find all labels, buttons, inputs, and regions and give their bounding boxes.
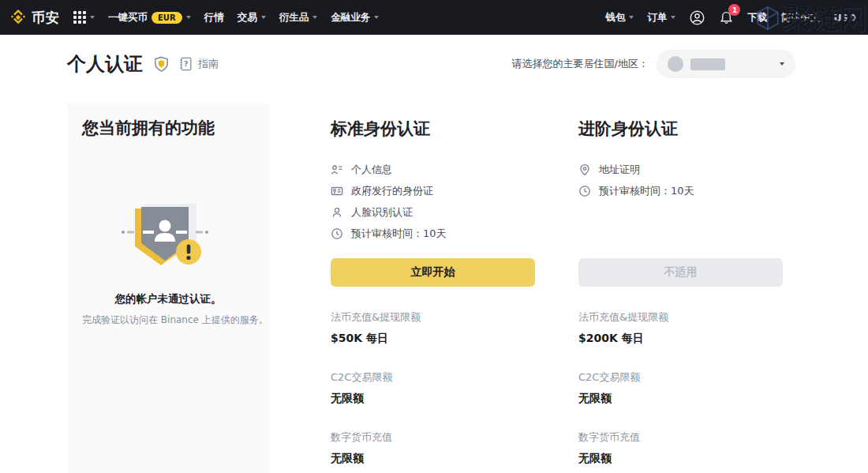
svg-text:?: ? xyxy=(184,60,188,68)
current-features-title: 您当前拥有的功能 xyxy=(82,118,254,139)
feature-label: 人脸识别认证 xyxy=(351,205,413,220)
standard-feature-list: 个人信息 政府发行的身份证 人脸识别认证 xyxy=(331,159,535,258)
advanced-verification-title: 进阶身份认证 xyxy=(578,118,783,140)
nav-item-markets[interactable]: 行情 xyxy=(204,11,224,24)
nav-item-language[interactable]: 简体中文 xyxy=(780,11,820,24)
page-header: 个人认证 ? 指南 请选择您的主要居住国/地区： xyxy=(67,48,795,80)
advanced-feature-list: 地址证明 预计审核时间：10天 xyxy=(578,159,783,258)
residence-selector-row: 请选择您的主要居住国/地区： xyxy=(512,50,795,78)
chevron-down-icon xyxy=(629,16,634,19)
nav-label: 衍生品 xyxy=(279,11,309,24)
verification-shield-icon xyxy=(152,55,170,73)
limit-label: 数字货币充值 xyxy=(578,430,783,445)
limit-group: C2C交易限额 无限额 xyxy=(331,370,535,406)
feature-label: 预计审核时间：10天 xyxy=(599,184,694,198)
page-title: 个人认证 xyxy=(67,51,143,77)
profile-button[interactable] xyxy=(689,9,705,26)
chevron-down-icon xyxy=(780,62,784,66)
nav-item-finance[interactable]: 金融业务 xyxy=(331,11,379,24)
limit-value: 无限额 xyxy=(331,392,535,406)
limit-value: $200K 每日 xyxy=(578,332,783,346)
limit-label: 数字货币充值 xyxy=(331,430,535,445)
nav-item-currency[interactable]: USD xyxy=(833,12,857,24)
standard-limits: 法币充值&提现限额 $50K 每日 C2C交易限额 无限额 数字货币充值 无限额… xyxy=(331,310,535,473)
country-name-placeholder xyxy=(690,58,725,70)
limit-value: 无限额 xyxy=(331,452,535,466)
limit-label: 法币充值&提现限额 xyxy=(578,310,783,325)
brand-name: 币安 xyxy=(32,9,60,27)
limit-group: C2C交易限额 无限额 xyxy=(578,370,783,406)
limit-label: C2C交易限额 xyxy=(578,370,783,385)
nav-label: 一键买币 xyxy=(108,11,148,24)
feature-label: 地址证明 xyxy=(599,163,640,177)
binance-diamond-icon xyxy=(9,9,27,26)
guide-label: 指南 xyxy=(198,57,219,71)
location-icon xyxy=(578,163,591,176)
nav-item-download[interactable]: 下载 xyxy=(747,11,767,24)
nav-label: 下载 xyxy=(747,11,767,24)
limit-label: 法币充值&提现限额 xyxy=(331,310,535,325)
guide-link[interactable]: ? 指南 xyxy=(178,56,219,72)
clock-icon xyxy=(578,185,591,197)
chevron-down-icon xyxy=(374,16,379,19)
limit-group: 数字货币充值 无限额 xyxy=(331,430,535,466)
advanced-limits: 法币充值&提现限额 $200K 每日 C2C交易限额 无限额 数字货币充值 无限… xyxy=(578,310,783,473)
feature-review-time: 预计审核时间：10天 xyxy=(331,223,535,244)
face-icon xyxy=(331,206,343,219)
nav-label: 钱包 xyxy=(605,11,625,24)
feature-label: 个人信息 xyxy=(351,163,392,177)
nav-item-buy-crypto[interactable]: 一键买币 EUR xyxy=(108,11,191,24)
nav-label: USD xyxy=(833,12,857,24)
nav-item-derivatives[interactable]: 衍生品 xyxy=(279,11,318,24)
apps-menu[interactable] xyxy=(73,11,95,24)
nav-item-orders[interactable]: 订单 xyxy=(647,11,675,24)
feature-personal-info: 个人信息 xyxy=(331,159,535,180)
limit-group: 法币充值&提现限额 $50K 每日 xyxy=(331,310,535,346)
binance-logo[interactable]: 币安 xyxy=(9,9,60,27)
guide-book-icon: ? xyxy=(178,56,193,72)
country-flag-placeholder xyxy=(668,56,683,72)
chevron-down-icon xyxy=(90,16,95,19)
nav-item-wallet[interactable]: 钱包 xyxy=(605,11,634,24)
nav-item-trade[interactable]: 交易 xyxy=(238,11,266,24)
top-navbar: 币安 一键买币 EUR 行情 交易 衍生品 金融业务 钱包 xyxy=(0,0,868,35)
feature-label: 政府发行的身份证 xyxy=(351,184,433,198)
limit-group: 数字货币充值 无限额 xyxy=(578,430,783,466)
currency-badge: EUR xyxy=(152,12,182,24)
advanced-verification-column: 进阶身份认证 地址证明 预计审核时间：10天 不适用 xyxy=(578,103,783,473)
limit-value: 无限额 xyxy=(578,392,783,406)
limit-group: 法币充值&提现限额 $200K 每日 xyxy=(578,310,783,346)
user-profile-icon xyxy=(689,9,705,26)
residence-country-select[interactable] xyxy=(657,50,795,78)
chevron-down-icon xyxy=(671,16,675,19)
current-features-card: 您当前拥有的功能 xyxy=(67,103,269,473)
notification-count-badge: 1 xyxy=(728,4,740,16)
verification-columns: 您当前拥有的功能 xyxy=(67,103,795,473)
limit-value: $50K 每日 xyxy=(331,332,535,346)
feature-face-verification: 人脸识别认证 xyxy=(331,201,535,223)
notifications-button[interactable]: 1 xyxy=(719,9,734,25)
account-status-description: 完成验证以访问在 Binance 上提供的服务。 xyxy=(82,313,254,327)
feature-proof-of-address: 地址证明 xyxy=(578,159,783,180)
chevron-down-icon xyxy=(261,16,266,19)
main-content: 个人认证 ? 指南 请选择您的主要居住国/地区： xyxy=(0,48,868,473)
id-card-icon xyxy=(331,185,343,197)
nav-label: 行情 xyxy=(204,11,224,24)
not-applicable-button: 不适用 xyxy=(578,258,783,287)
nav-label: 简体中文 xyxy=(780,11,820,24)
chevron-down-icon xyxy=(312,16,317,19)
profile-card-icon xyxy=(331,163,343,176)
nav-label: 金融业务 xyxy=(331,11,370,24)
nav-label: 交易 xyxy=(238,11,257,24)
standard-verification-title: 标准身份认证 xyxy=(331,118,535,140)
limit-value: 无限额 xyxy=(578,452,783,466)
account-status-text: 您的帐户未通过认证。 xyxy=(82,292,254,306)
clock-icon xyxy=(331,227,343,240)
residence-label: 请选择您的主要居住国/地区： xyxy=(512,57,649,71)
feature-review-time: 预计审核时间：10天 xyxy=(578,180,783,201)
feature-government-id: 政府发行的身份证 xyxy=(331,180,535,201)
start-now-button[interactable]: 立即开始 xyxy=(331,258,535,287)
nav-label: 订单 xyxy=(647,11,667,24)
unverified-shield-illustration xyxy=(82,196,254,272)
limit-label: C2C交易限额 xyxy=(331,370,535,385)
